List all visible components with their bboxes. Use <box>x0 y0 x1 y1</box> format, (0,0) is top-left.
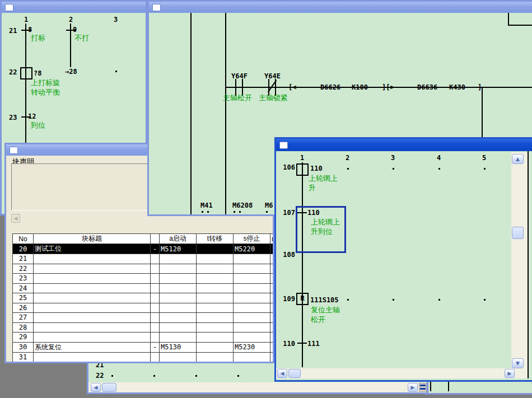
window-icon <box>279 142 288 149</box>
horizontal-scrollbar[interactable]: ◀ ▶ <box>276 368 528 378</box>
compare-bracket: ][> <box>382 83 394 91</box>
contact-device: Y64F <box>231 72 248 80</box>
sfc-grid-dot <box>393 168 394 170</box>
scrollbar-thumb[interactable] <box>512 227 524 239</box>
vertical-scrollbar[interactable]: ▲ ▼ <box>511 152 528 368</box>
table-row[interactable]: 31 <box>13 352 273 362</box>
reset-step-letter: R <box>297 294 307 302</box>
table-row[interactable]: 27 <box>13 313 273 323</box>
table-row[interactable]: 20测试工位 -M5120 M5220 <box>13 244 273 254</box>
step-number: 110 <box>310 165 323 172</box>
sfc-block20-canvas[interactable]: 1 2 3 4 5 106 110 上轮辋上 升 107 110 上轮辋上 升到… <box>276 151 532 380</box>
scroll-left-button[interactable]: ◀ <box>91 383 101 392</box>
transition-comment: 不打 <box>74 34 89 43</box>
sfc-block20-window[interactable]: SFC(R 写入) 自动 块号 20 Total 2125步 测试工位 1 2 … <box>274 137 532 382</box>
block-list-table[interactable]: No 块标题 a启动 t转移 s停止 m 20测试工位 -M5120 M5220… <box>12 233 273 362</box>
table-row[interactable]: 23 <box>13 274 273 284</box>
step-comment: 上轮辋上 <box>309 174 338 183</box>
split-handle-bar <box>420 385 426 386</box>
sfc-col-header: 3 <box>114 16 118 24</box>
scroll-left-button[interactable]: ◀ <box>277 369 287 378</box>
sfc-grid-dot <box>111 375 113 377</box>
ladder-branch-line <box>508 25 532 26</box>
scrollbar-thumb[interactable] <box>288 369 301 378</box>
contact-device: M6 <box>265 202 273 209</box>
sfc-row-number: 106 <box>281 163 295 171</box>
contact-comment: 主轴松开 <box>223 93 252 102</box>
sfc-block20-titlebar[interactable]: SFC(R 写入) 自动 块号 20 Total 2125步 测试工位 <box>276 139 532 151</box>
ladder-dot <box>207 211 209 213</box>
col-header-shift: t转移 <box>197 234 234 244</box>
sfc-grid-dot <box>393 299 394 301</box>
table-row[interactable]: 28 <box>13 322 273 333</box>
transition-comment: 到位 <box>31 121 45 130</box>
ladder-dot <box>239 211 241 213</box>
step-comment: 升 <box>309 184 316 193</box>
sfc-col-header: 3 <box>391 154 395 162</box>
contact-device: M6208 <box>232 202 253 209</box>
table-row[interactable]: 25 <box>13 293 273 303</box>
sfc-jump-label: →28 <box>65 68 77 76</box>
table-row[interactable]: 30系统复位 -M5130 M5230 <box>13 342 273 352</box>
sfc-grid-dot <box>237 375 239 377</box>
scroll-right-button[interactable]: ▶ <box>505 369 515 378</box>
contact-comment: 主轴锁紧 <box>259 93 288 102</box>
sfc-reset-step-box[interactable]: R <box>296 293 309 305</box>
step-comment: 转动平衡 <box>31 88 60 97</box>
col-header-blank <box>151 234 160 244</box>
ladder-rail <box>225 13 226 214</box>
table-header-row: No 块标题 a启动 t转移 s停止 m <box>13 234 273 244</box>
table-row[interactable]: 26 <box>13 303 273 313</box>
sfc-grid-dot <box>484 299 486 301</box>
sfc-step-box[interactable] <box>296 163 309 176</box>
compare-operand: K100 <box>352 83 368 91</box>
table-row[interactable]: 21 <box>13 254 273 264</box>
sfc-step-box[interactable] <box>20 67 32 79</box>
sfc-col-header: 2 <box>346 154 349 162</box>
sfc-col-header: 5 <box>482 154 486 162</box>
sfc-row-number: 107 <box>281 209 295 217</box>
sfc-grid-dot <box>115 71 117 72</box>
sfc-col-header: 2 <box>69 16 73 24</box>
desktop: SFC(R 写入) 自动 块号 40 1 2 3 21 8 打标 9 不打 22… <box>0 0 532 398</box>
pane-divider[interactable] <box>528 151 529 378</box>
step-comment: 复位主轴 <box>311 306 340 315</box>
col-header-stop: s停止 <box>234 234 270 244</box>
split-handle[interactable] <box>419 383 427 392</box>
ladder-branch-line <box>508 13 509 26</box>
table-row[interactable]: 24 <box>13 283 273 293</box>
sfc-cursor-selection[interactable] <box>296 206 346 253</box>
sfc-grid-dot <box>438 168 440 170</box>
transition-tick[interactable] <box>297 343 307 344</box>
transition-number: 9 <box>73 26 77 34</box>
sfc-col-header: 1 <box>24 16 28 24</box>
scrollbar-thumb[interactable] <box>102 383 116 392</box>
transition-number: 111 <box>307 340 320 348</box>
sfc-block40-titlebar[interactable]: SFC(R 写入) 自动 块号 40 <box>2 2 146 13</box>
sfc-grid-dot <box>347 299 349 301</box>
compare-operand: D6636 <box>417 83 437 91</box>
col-header-start: a启动 <box>160 234 197 244</box>
sfc-col-header: 1 <box>300 154 304 162</box>
sfc-row-number: 21 <box>9 27 17 35</box>
step-comment: 上打标旋 <box>31 78 60 87</box>
sfc-grid-dot <box>153 375 155 377</box>
horizontal-scrollbar[interactable]: ◀ ▶ <box>88 382 427 392</box>
step-number: 111S105 <box>310 296 339 304</box>
window-icon <box>10 147 18 154</box>
table-row[interactable]: 29 <box>13 333 273 343</box>
compare-operand: K430 <box>449 83 465 91</box>
scroll-right-button[interactable]: ▶ <box>408 383 418 392</box>
step-comment: 松开 <box>311 315 325 324</box>
ladder-dot <box>234 211 235 213</box>
window-icon <box>5 4 13 11</box>
table-row[interactable]: 22 <box>13 264 273 274</box>
scroll-down-button[interactable]: ▼ <box>512 358 524 368</box>
scroll-left-button-disabled[interactable]: ◀ <box>11 214 20 223</box>
transition-comment: 打标 <box>31 34 45 43</box>
ladder-titlebar[interactable]: 梯形图(R 写入) 手动 2343 步 <box>149 2 532 13</box>
sfc-grid-dot <box>438 299 440 301</box>
compare-operand: D6626 <box>320 83 340 91</box>
col-header-no: No <box>13 234 34 244</box>
scroll-up-button[interactable]: ▲ <box>512 154 524 164</box>
